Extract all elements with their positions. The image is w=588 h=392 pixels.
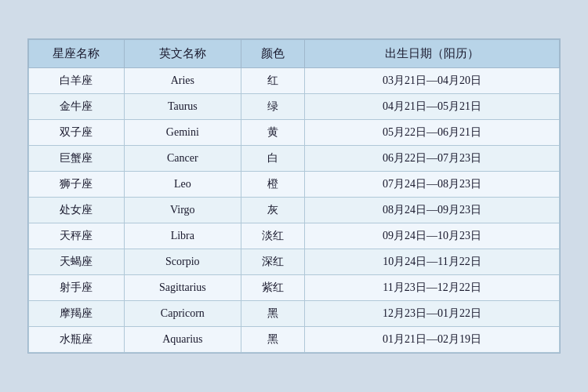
zodiac-table-container: 星座名称 英文名称 颜色 出生日期（阳历） 白羊座Aries红03月21日—04… (27, 38, 561, 354)
header-date: 出生日期（阳历） (305, 40, 560, 68)
table-header-row: 星座名称 英文名称 颜色 出生日期（阳历） (29, 40, 560, 68)
table-row: 双子座Gemini黄05月22日—06月21日 (29, 120, 560, 146)
table-row: 水瓶座Aquarius黑01月21日—02月19日 (29, 327, 560, 353)
cell-color: 绿 (241, 94, 304, 120)
cell-color: 紫红 (241, 275, 304, 301)
cell-date: 06月22日—07月23日 (305, 146, 560, 172)
cell-color: 黑 (241, 301, 304, 327)
cell-date: 04月21日—05月21日 (305, 94, 560, 120)
table-row: 巨蟹座Cancer白06月22日—07月23日 (29, 146, 560, 172)
header-english: 英文名称 (124, 40, 241, 68)
cell-color: 灰 (241, 198, 304, 223)
cell-date: 07月24日—08月23日 (305, 172, 560, 198)
cell-chinese: 天秤座 (29, 223, 125, 249)
cell-english: Cancer (124, 146, 241, 172)
cell-english: Taurus (124, 94, 241, 120)
cell-color: 深红 (241, 249, 304, 275)
zodiac-table: 星座名称 英文名称 颜色 出生日期（阳历） 白羊座Aries红03月21日—04… (28, 39, 560, 353)
table-row: 射手座Sagittarius紫红11月23日—12月22日 (29, 275, 560, 301)
cell-date: 12月23日—01月22日 (305, 301, 560, 327)
table-row: 金牛座Taurus绿04月21日—05月21日 (29, 94, 560, 120)
cell-date: 11月23日—12月22日 (305, 275, 560, 301)
table-row: 天蝎座Scorpio深红10月24日—11月22日 (29, 249, 560, 275)
table-row: 狮子座Leo橙07月24日—08月23日 (29, 172, 560, 198)
cell-chinese: 处女座 (29, 198, 125, 223)
table-row: 处女座Virgo灰08月24日—09月23日 (29, 198, 560, 223)
cell-date: 10月24日—11月22日 (305, 249, 560, 275)
table-row: 摩羯座Capricorn黑12月23日—01月22日 (29, 301, 560, 327)
cell-date: 05月22日—06月21日 (305, 120, 560, 146)
cell-english: Capricorn (124, 301, 241, 327)
header-chinese: 星座名称 (29, 40, 125, 68)
cell-date: 09月24日—10月23日 (305, 223, 560, 249)
cell-english: Gemini (124, 120, 241, 146)
cell-english: Aquarius (124, 327, 241, 353)
cell-date: 01月21日—02月19日 (305, 327, 560, 353)
cell-color: 黑 (241, 327, 304, 353)
table-row: 白羊座Aries红03月21日—04月20日 (29, 68, 560, 94)
cell-chinese: 双子座 (29, 120, 125, 146)
cell-chinese: 金牛座 (29, 94, 125, 120)
cell-color: 白 (241, 146, 304, 172)
cell-color: 淡红 (241, 223, 304, 249)
cell-color: 橙 (241, 172, 304, 198)
cell-english: Leo (124, 172, 241, 198)
cell-chinese: 水瓶座 (29, 327, 125, 353)
cell-chinese: 巨蟹座 (29, 146, 125, 172)
cell-english: Libra (124, 223, 241, 249)
cell-english: Aries (124, 68, 241, 94)
cell-chinese: 白羊座 (29, 68, 125, 94)
cell-english: Sagittarius (124, 275, 241, 301)
table-body: 白羊座Aries红03月21日—04月20日金牛座Taurus绿04月21日—0… (29, 68, 560, 353)
header-color: 颜色 (241, 40, 304, 68)
cell-color: 黄 (241, 120, 304, 146)
cell-chinese: 天蝎座 (29, 249, 125, 275)
cell-date: 03月21日—04月20日 (305, 68, 560, 94)
table-row: 天秤座Libra淡红09月24日—10月23日 (29, 223, 560, 249)
cell-chinese: 狮子座 (29, 172, 125, 198)
cell-chinese: 摩羯座 (29, 301, 125, 327)
cell-english: Scorpio (124, 249, 241, 275)
cell-english: Virgo (124, 198, 241, 223)
cell-color: 红 (241, 68, 304, 94)
cell-chinese: 射手座 (29, 275, 125, 301)
cell-date: 08月24日—09月23日 (305, 198, 560, 223)
